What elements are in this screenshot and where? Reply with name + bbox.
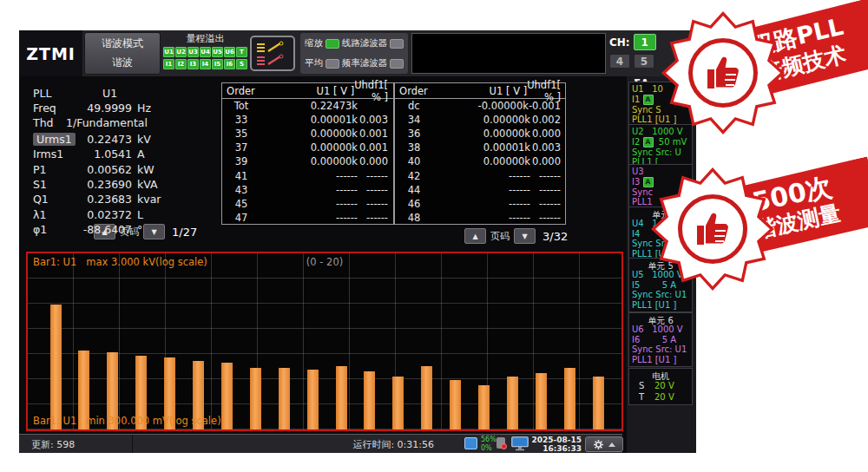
channel-button-5[interactable]: 5 xyxy=(634,54,654,69)
table-cell: 0.00000k xyxy=(260,141,358,154)
zoom-indicator xyxy=(326,39,339,49)
measurement-row: λ10.02372L xyxy=(26,208,220,221)
top-bar: ZTMI 谐波模式 谐波 量程溢出 U1U2U3U4U5U6T I1I2I3I4… xyxy=(19,30,696,76)
table-cell: 46 xyxy=(395,198,433,210)
measurement-row: S10.23690kVA xyxy=(26,178,220,191)
thd-label: Thd xyxy=(33,116,54,129)
col-uhdf1: Uhdf1[ % ] xyxy=(354,79,393,103)
page-up-button[interactable]: ▲ xyxy=(464,228,486,244)
channel-button-4[interactable]: 4 xyxy=(609,54,630,69)
harmonic-bar xyxy=(536,373,547,429)
brand-logo: ZTMI xyxy=(19,30,82,76)
channel-button-1[interactable]: 1 xyxy=(634,34,656,50)
table-cell: 0.22473k xyxy=(260,100,358,112)
freq-unit: Hz xyxy=(137,102,151,115)
range-overflow-panel: 量程溢出 U1U2U3U4U5U6T I1I2I3I4I5I6S xyxy=(163,32,247,75)
table-row: 44------------ xyxy=(395,183,566,197)
range-indicator-i6: I6 xyxy=(224,59,235,69)
measurement-unit: kvar xyxy=(137,193,161,206)
table-cell: 0.00000k xyxy=(433,155,530,167)
table-cell: ------ xyxy=(358,184,393,196)
harmonic-table: Order U1 [ V ] Uhdf1[ % ] Tot0.22473k330… xyxy=(221,82,566,225)
harmonic-bar xyxy=(221,363,233,429)
unit-block-header: 单元 6 xyxy=(632,315,689,324)
page-down-button[interactable]: ▼ xyxy=(514,228,536,244)
measurement-value: 1.0541 xyxy=(26,148,132,161)
zoom-label: 缩放 xyxy=(305,37,323,49)
table-row: 400.00000k0.000 xyxy=(395,154,566,168)
promo-badge-500-harmonics: 500次 谐波测量 xyxy=(651,159,868,306)
table-cell: ------ xyxy=(433,212,530,224)
table-cell: 39 xyxy=(222,155,260,167)
table-cell: 37 xyxy=(222,141,260,154)
table-cell: 33 xyxy=(222,114,260,126)
table-row: 46------------ xyxy=(395,197,566,211)
col-u1: U1 [ V ] xyxy=(432,85,527,97)
unit-line-text: I2 xyxy=(632,137,643,147)
table-cell: 38 xyxy=(395,141,433,154)
table-cell: 0.000 xyxy=(358,155,393,167)
unit-line-text: Sync xyxy=(632,187,653,197)
table-cell: 47 xyxy=(222,212,260,224)
motor-value: 20 V xyxy=(654,381,674,390)
thd-value: 1/Fundamental xyxy=(66,116,148,129)
line-filter-label: 线路滤波器 xyxy=(342,37,388,49)
motor-row: S20 V xyxy=(632,380,689,391)
range-indicator-t: T xyxy=(236,47,247,57)
thumbs-up-emblem xyxy=(678,194,747,264)
datetime: 2025-08-15 16:36:33 xyxy=(531,436,582,453)
col-order: Order xyxy=(222,85,260,97)
table-cell: -0.00000k xyxy=(432,100,529,112)
wiring-icon xyxy=(254,40,291,68)
range-overflow-row2: I1I2I3I4I5I6S xyxy=(163,59,247,69)
table-cell: 34 xyxy=(395,114,433,126)
auto-range-chip: A xyxy=(643,137,654,148)
unit-line: PLL1 [U1 ] xyxy=(632,355,689,365)
wiring-button[interactable] xyxy=(250,36,295,71)
table-row: 48------------ xyxy=(395,211,566,225)
status-bar: 更新: 598 运行时间: 0:31:56 56% 0% 2025-08-15 … xyxy=(19,434,622,453)
settings-button[interactable] xyxy=(585,436,623,452)
table-cell: ------ xyxy=(260,212,358,224)
measurement-value: 0.22473 xyxy=(26,133,132,146)
unit-line-text: U3 xyxy=(632,167,644,176)
mode-button[interactable]: 谐波模式 谐波 xyxy=(84,32,161,75)
thumbs-up-icon xyxy=(692,208,733,250)
gear-icon xyxy=(593,439,604,450)
unit-block: 单元 6U6 1000 VI6 5 ASync Src: U1PLL1 [U1 … xyxy=(628,312,693,367)
motor-label: S xyxy=(639,380,654,391)
table-row: 370.00000k0.001 xyxy=(222,141,393,154)
range-indicator-u6: U6 xyxy=(224,47,235,57)
measurement-unit: L xyxy=(137,208,143,221)
table-cell: ------ xyxy=(260,184,358,196)
table-cell: Tot xyxy=(222,100,260,112)
usage-percentages: 56% 0% xyxy=(481,436,496,452)
table-row: 43------------ xyxy=(222,183,393,197)
auto-range-chip: A xyxy=(643,95,654,105)
table-cell: ------ xyxy=(358,170,393,182)
chart-order-range: (0 - 20) xyxy=(306,256,343,268)
table-cell: ------ xyxy=(530,184,566,196)
motor-block: 电机 S20 VT20 V xyxy=(628,368,693,405)
harmonic-bar xyxy=(392,377,404,429)
usb-status-icon xyxy=(496,437,507,449)
average-label: 平均 xyxy=(305,57,323,69)
range-indicator-i3: I3 xyxy=(187,59,199,69)
display-icon xyxy=(511,436,529,451)
average-indicator xyxy=(326,59,339,69)
measurement-panel: PLL U1 Freq 49.9999 Hz Thd 1/Fundamental… xyxy=(26,82,220,247)
harmonic-bar xyxy=(478,385,490,429)
unit-line-text: I3 xyxy=(632,177,643,187)
table-row: dc-0.00000k-0.001 xyxy=(395,99,566,113)
motor-header: 电机 xyxy=(632,370,689,380)
harmonic-bar xyxy=(564,368,575,429)
unit-line-text: U1 10 xyxy=(632,84,663,94)
table-row: 380.00001k0.003 xyxy=(395,141,566,154)
unit-line: Sync Src: U1 xyxy=(632,344,689,355)
table-cell: 0.001 xyxy=(358,141,393,154)
chart-min-label: Bar1: U1 min 300.000 mV(log scale) xyxy=(33,415,221,427)
thumbs-up-icon xyxy=(702,52,744,94)
page-label: 页码 xyxy=(490,230,510,243)
table-cell: 35 xyxy=(222,128,260,140)
table-row: 41------------ xyxy=(222,168,393,182)
